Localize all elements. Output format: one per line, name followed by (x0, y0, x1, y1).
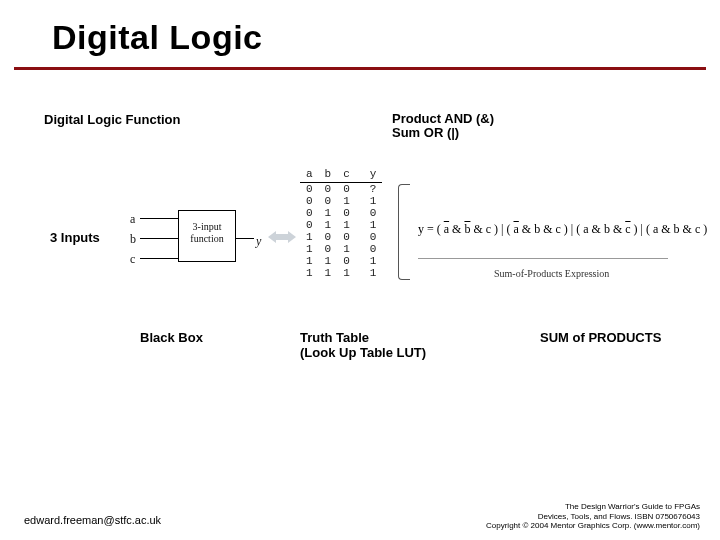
table-row: 1111 (300, 267, 382, 279)
table-cell: 1 (356, 267, 383, 279)
table-cell: 1 (337, 243, 356, 255)
truthtable-caption-line1: Truth Table (300, 330, 426, 345)
table-cell: 1 (337, 195, 356, 207)
tt-head-a: a (300, 168, 319, 183)
footer-ref-line3: Copyright © 2004 Mentor Graphics Corp. (… (486, 521, 700, 530)
table-cell: 0 (337, 183, 356, 196)
table-cell: 1 (337, 267, 356, 279)
table-cell: 0 (300, 195, 319, 207)
function-box-line2: function (179, 233, 235, 245)
table-cell: 1 (319, 267, 338, 279)
table-cell: 0 (337, 255, 356, 267)
sop-expression: y = ( a & b & c ) | ( a & b & c ) | ( a … (418, 222, 707, 237)
subtitle-right-line1: Product AND (&) (392, 112, 494, 126)
table-cell: 0 (319, 243, 338, 255)
table-row: 1010 (300, 243, 382, 255)
tt-head-c: c (337, 168, 356, 183)
table-row: 0100 (300, 207, 382, 219)
footer-ref-line2: Devices, Tools, and Flows. ISBN 07506760… (486, 512, 700, 521)
truth-table: a b c y 000?0011010001111000101011011111 (300, 168, 382, 279)
link-arrow-icon (268, 228, 296, 250)
table-cell: 0 (337, 207, 356, 219)
port-y-label: y (256, 234, 261, 249)
wire-c (140, 258, 178, 259)
port-a-label: a (130, 212, 135, 227)
table-cell: 1 (319, 207, 338, 219)
tt-head-b: b (319, 168, 338, 183)
sop-expression-caption: Sum-of-Products Expression (494, 268, 609, 279)
table-cell: 0 (319, 183, 338, 196)
table-row: 0111 (300, 219, 382, 231)
table-cell: 1 (319, 255, 338, 267)
footer-email: edward.freeman@stfc.ac.uk (24, 514, 161, 526)
table-row: 000? (300, 183, 382, 196)
table-cell: 1 (356, 219, 383, 231)
wire-y (236, 238, 254, 239)
truthtable-caption-line2: (Look Up Table LUT) (300, 345, 426, 360)
table-cell: 0 (300, 183, 319, 196)
truthtable-caption: Truth Table (Look Up Table LUT) (300, 330, 426, 360)
subtitle-right-line2: Sum OR (|) (392, 126, 494, 140)
function-box: 3-input function (178, 210, 236, 262)
wire-a (140, 218, 178, 219)
table-cell: 0 (319, 195, 338, 207)
table-row: 1000 (300, 231, 382, 243)
table-cell: 1 (300, 255, 319, 267)
table-cell: 0 (337, 231, 356, 243)
expression-underline (418, 258, 668, 259)
inputs-label: 3 Inputs (50, 230, 100, 245)
subtitle-right: Product AND (&) Sum OR (|) (392, 112, 494, 141)
sop-expression-zone: y = ( a & b & c ) | ( a & b & c ) | ( a … (398, 180, 710, 290)
blackbox-caption: Black Box (140, 330, 203, 345)
wire-b (140, 238, 178, 239)
table-row: 1101 (300, 255, 382, 267)
footer-reference: The Design Warrior's Guide to FPGAs Devi… (486, 502, 700, 530)
table-cell: 0 (356, 231, 383, 243)
port-c-label: c (130, 252, 135, 267)
table-cell: 1 (337, 219, 356, 231)
table-cell: 1 (300, 267, 319, 279)
subtitle-left: Digital Logic Function (44, 112, 181, 127)
table-cell: 1 (356, 255, 383, 267)
table-cell: 0 (319, 231, 338, 243)
port-b-label: b (130, 232, 136, 247)
table-cell: 0 (356, 207, 383, 219)
table-cell: ? (356, 183, 383, 196)
table-cell: 0 (356, 243, 383, 255)
function-box-line1: 3-input (179, 221, 235, 233)
table-cell: 1 (319, 219, 338, 231)
header-rule (14, 67, 706, 70)
table-cell: 0 (300, 207, 319, 219)
table-cell: 0 (300, 219, 319, 231)
footer-ref-line1: The Design Warrior's Guide to FPGAs (486, 502, 700, 511)
brace-icon (398, 184, 410, 280)
table-row: 0011 (300, 195, 382, 207)
tt-head-y: y (356, 168, 383, 183)
table-cell: 1 (300, 231, 319, 243)
title-block: Digital Logic (0, 0, 720, 61)
table-cell: 1 (300, 243, 319, 255)
svg-marker-0 (268, 231, 296, 243)
sop-caption: SUM of PRODUCTS (540, 330, 661, 345)
table-cell: 1 (356, 195, 383, 207)
page-title: Digital Logic (52, 18, 720, 57)
